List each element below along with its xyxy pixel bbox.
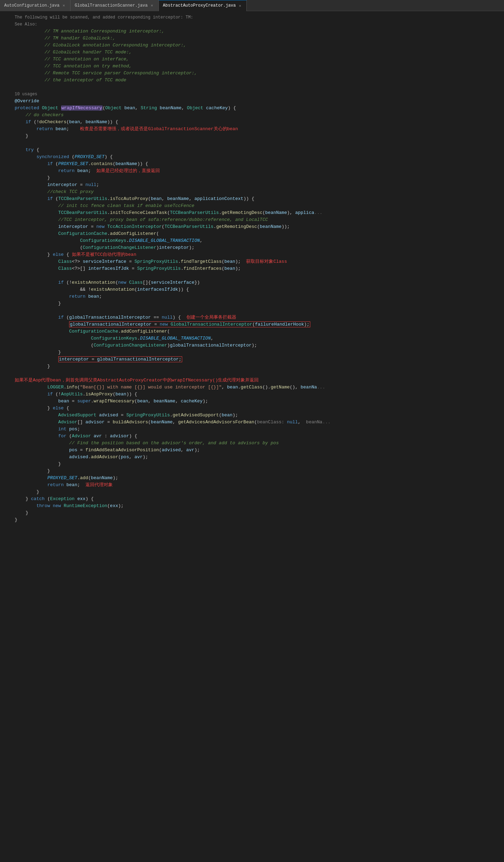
close-brace-4: }: [0, 349, 504, 356]
tab-close-3[interactable]: ✕: [238, 3, 242, 8]
blank-3: [0, 272, 504, 279]
tab-abstractautoproxy[interactable]: AbstractAutoProxyCreator.java ✕: [159, 0, 247, 11]
config-keys-tcc: ConfigurationKeys.DISABLE_GLOBAL_TRANSAC…: [0, 237, 504, 244]
see-also-line: See Also:: [0, 21, 504, 28]
else-aop: } else {: [0, 405, 504, 412]
return-bean-3: return bean;: [0, 293, 504, 300]
close-try: }: [0, 510, 504, 517]
info-line: The following will be scanned, and added…: [0, 14, 504, 21]
see-also-1: // TM annotation Corresponding intercept…: [0, 28, 504, 35]
tabs-bar: AutoConfiguration.java ✕ GlobalTransacti…: [0, 0, 504, 11]
try-open: try {: [0, 147, 504, 154]
info-text: The following will be scanned, and added…: [15, 14, 504, 21]
tab-autoconfiguration[interactable]: AutoConfiguration.java ✕: [0, 0, 71, 11]
return-bean-2: return bean; 如果是已经处理过的，直接返回: [0, 168, 504, 174]
if-tcc-auto-proxy: if (TCCBeanParserUtils.isTccAutoProxy(be…: [0, 195, 504, 202]
if-global-interceptor-null: if (globalTransactionalInterceptor == nu…: [0, 314, 504, 321]
config-keys-global: ConfigurationKeys.DISABLE_GLOBAL_TRANSAC…: [0, 335, 504, 342]
comment-checkers: // do checkers: [0, 112, 504, 119]
if-docheckers: if (!doCheckers(bean, beanName)) {: [0, 119, 504, 126]
see-also-8: // the interceptor of TCC mode: [0, 77, 504, 84]
blank-4: [0, 307, 504, 314]
int-pos: int pos;: [0, 426, 504, 433]
catch-line: } catch (Exception exx) {: [0, 496, 504, 503]
tab-label: AbstractAutoProxyCreator.java: [163, 3, 236, 8]
init-tcc-fence: TCCBeanParserUtils.initTccFenceCleanTask…: [0, 209, 504, 216]
logger-info: LOGGER.info("Bean[{}] with name [{}] wou…: [0, 384, 504, 391]
close-brace-1: }: [0, 133, 504, 140]
if-contains: if (PROXYED_SET.contains(beanName)) {: [0, 161, 504, 168]
see-also-4: // GlobalLock handler TCC mode:,: [0, 49, 504, 56]
and-exists-annotation: && !existsAnnotation(interfacesIfJdk)) {: [0, 286, 504, 293]
config-listener-global: (ConfigurationChangeListener)globalTrans…: [0, 342, 504, 349]
see-also-2: // TM handler GlobalLock:,: [0, 35, 504, 42]
override-line: @Override: [0, 98, 504, 105]
tab-label: GlobalTransactionScanner.java: [75, 3, 148, 8]
tab-globalscanner[interactable]: GlobalTransactionScanner.java ✕: [71, 0, 158, 11]
service-interface: Class<?> serviceInterface = SpringProxyU…: [0, 258, 504, 265]
proxyed-set-add: PROXYED_SET.add(beanName);: [0, 475, 504, 482]
interceptor-null: interceptor = null;: [0, 181, 504, 188]
blank-5: [0, 370, 504, 377]
advisor-array: Advisor[] advisor = buildAdvisors(beanNa…: [0, 419, 504, 426]
blank-2: [0, 140, 504, 147]
throw-line: throw new RuntimeException(exx);: [0, 503, 504, 510]
add-advisor: advised.addAdvisor(pos, avr);: [0, 454, 504, 461]
usages-line: 10 usages: [0, 91, 504, 98]
if-not-aop-proxy: if (!AopUtils.isAopProxy(bean)) {: [0, 391, 504, 398]
close-synchronized: }: [0, 489, 504, 496]
tab-label: AutoConfiguration.java: [4, 3, 59, 8]
return-bean-1: return bean; 检查是否需要增强，或者说是否是GlobalTransa…: [0, 126, 504, 133]
synchronized-line: synchronized (PROXYED_SET) {: [0, 154, 504, 161]
interfaces-ifjdk: Class<?>[] interfacesIfJdk = SpringProxy…: [0, 265, 504, 272]
cn-comment-aop: 如果不是Aop代理bean，则首先调用父类AbstractAutoProxyCr…: [0, 377, 504, 384]
return-bean-final: return bean; 返回代理对象: [0, 482, 504, 489]
method-signature: protected Object wrapIfNecessary(Object …: [0, 105, 504, 112]
comment-tcc-proxy: //check TCC proxy: [0, 188, 504, 195]
tab-close-2[interactable]: ✕: [150, 3, 154, 8]
comment-tcc-interceptor: //TCC interceptor, proxy bean of sofa:re…: [0, 216, 504, 223]
close-brace-2: }: [0, 174, 504, 181]
if-exists-annotation: if (!existsAnnotation(new Class[]{servic…: [0, 279, 504, 286]
close-method: }: [0, 517, 504, 523]
for-advisor: for (Advisor avr : advisor) {: [0, 433, 504, 440]
else-not-tcc: } else { 如果不是被TCC自动代理的bean: [0, 251, 504, 258]
close-brace-5: }: [0, 363, 504, 370]
comment-init-tcc: // init tcc fence clean task if enable u…: [0, 202, 504, 209]
blank-1: [0, 84, 504, 91]
code-area: The following will be scanned, and added…: [0, 11, 504, 526]
config-cache-tcc: ConfigurationCache.addConfigListener(: [0, 230, 504, 237]
comment-find-pos: // Find the position based on the adviso…: [0, 440, 504, 447]
see-also-5: // TCC annotation on interface,: [0, 56, 504, 63]
advised-support: AdvisedSupport advised = SpringProxyUtil…: [0, 412, 504, 419]
close-for: }: [0, 461, 504, 468]
new-global-interceptor: globalTransactionalInterceptor = new Glo…: [0, 321, 504, 328]
close-else-aop: }: [0, 468, 504, 475]
config-cache-global: ConfigurationCache.addConfigListener(: [0, 328, 504, 335]
config-listener-tcc: (ConfigurationChangeListener)interceptor…: [0, 244, 504, 251]
super-wrap: bean = super.wrapIfNecessary(bean, beanN…: [0, 398, 504, 405]
see-also-3: // GlobalLock annotation Corresponding i…: [0, 42, 504, 49]
close-brace-3: }: [0, 300, 504, 307]
see-also-7: // Remote TCC service parser Correspondi…: [0, 70, 504, 77]
see-also-6: // TCC annotation on try method,: [0, 63, 504, 70]
interceptor-assign: interceptor = globalTransactionalInterce…: [0, 356, 504, 363]
find-pos-call: pos = findAddSeataAdvisorPosition(advise…: [0, 447, 504, 454]
tab-close-1[interactable]: ✕: [61, 3, 66, 8]
new-tcc-interceptor: interceptor = new TccActionInterceptor(T…: [0, 223, 504, 230]
